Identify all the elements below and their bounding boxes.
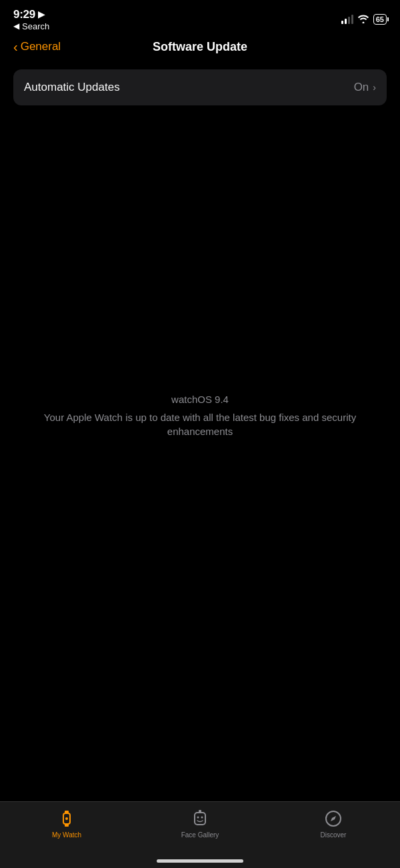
automatic-updates-value: On › [354,81,376,94]
os-description: Your Apple Watch is up to date with all … [20,410,380,438]
face-gallery-tab-label: Face Gallery [181,831,219,839]
svg-rect-4 [195,813,205,825]
tab-bar: My Watch Face Gallery Discover [0,801,400,868]
tab-face-gallery[interactable]: Face Gallery [133,809,267,839]
battery-indicator: 65 [373,14,387,25]
back-arrow-icon: ◀ [13,21,19,31]
svg-rect-7 [199,810,201,813]
my-watch-icon [57,809,77,829]
svg-marker-9 [331,816,336,821]
back-chevron-icon: ‹ [13,40,18,53]
search-text: Search [22,21,49,31]
discover-icon [323,809,343,829]
svg-point-5 [197,817,199,819]
row-chevron-icon: › [373,82,376,93]
status-time: 9:29 ▶ [13,8,49,21]
home-indicator [157,859,243,863]
time-display: 9:29 [13,8,35,21]
back-button[interactable]: ‹ General [13,40,61,53]
update-info: watchOS 9.4 Your Apple Watch is up to da… [0,394,400,438]
discover-tab-label: Discover [321,831,347,839]
status-right: 65 [341,14,387,25]
svg-rect-2 [65,824,69,827]
svg-point-3 [65,817,68,820]
svg-rect-1 [65,811,69,813]
svg-point-6 [201,817,203,819]
my-watch-tab-label: My Watch [52,831,81,839]
location-arrow-icon: ▶ [38,9,45,19]
search-label[interactable]: ◀ Search [13,21,49,31]
wifi-icon [357,14,369,25]
signal-bars-icon [341,15,353,24]
automatic-updates-row[interactable]: Automatic Updates On › [13,69,387,105]
page-title: Software Update [153,40,247,54]
tab-discover[interactable]: Discover [267,809,400,839]
tab-my-watch[interactable]: My Watch [0,809,133,839]
automatic-updates-status: On [354,81,369,94]
content-area: Automatic Updates On › [0,63,400,112]
nav-bar: ‹ General Software Update [0,33,400,63]
status-left: 9:29 ▶ ◀ Search [13,8,49,31]
face-gallery-icon [190,809,210,829]
automatic-updates-label: Automatic Updates [24,81,120,94]
os-version: watchOS 9.4 [20,394,380,405]
back-label: General [21,40,61,53]
battery-level: 65 [376,15,384,23]
status-bar: 9:29 ▶ ◀ Search 65 [0,0,400,33]
